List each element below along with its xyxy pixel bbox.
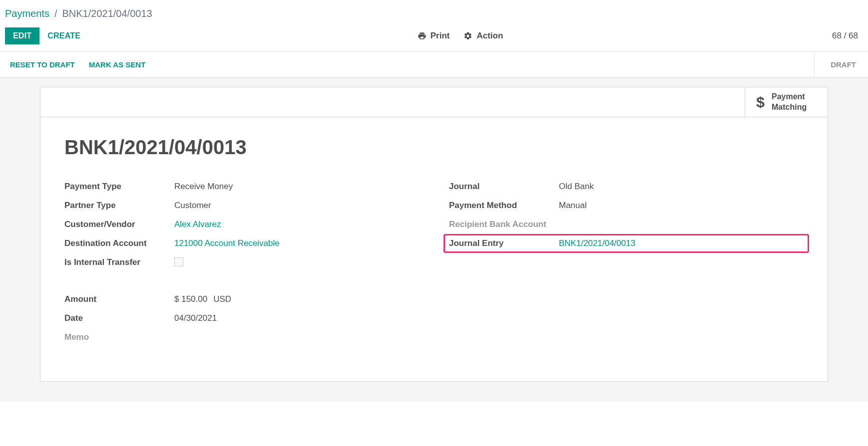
- payment-method-label: Payment Method: [449, 201, 559, 211]
- status-bar: Reset to Draft Mark as Sent Draft: [0, 52, 868, 78]
- memo-label: Memo: [64, 332, 174, 342]
- breadcrumb: Payments / BNK1/2021/04/0013: [0, 0, 868, 24]
- internal-transfer-label: Is Internal Transfer: [64, 257, 174, 267]
- journal-entry-label: Journal Entry: [449, 238, 559, 248]
- customer-vendor-link[interactable]: Alex Alvarez: [174, 220, 221, 229]
- print-label: Print: [431, 31, 450, 41]
- journal-entry-link[interactable]: BNK1/2021/04/0013: [559, 238, 635, 248]
- record-card: $ Payment Matching BNK1/2021/04/0013 Pay…: [40, 87, 828, 382]
- status-label: Draft: [831, 60, 856, 69]
- payment-matching-label: Payment Matching: [772, 92, 817, 113]
- date-value: 04/30/2021: [174, 313, 217, 323]
- reset-to-draft-button[interactable]: Reset to Draft: [10, 60, 75, 69]
- breadcrumb-root-link[interactable]: Payments: [5, 8, 49, 19]
- record-title: BNK1/2021/04/0013: [64, 136, 804, 159]
- amount-value: $ 150.00: [174, 294, 207, 304]
- create-button[interactable]: Create: [39, 27, 88, 44]
- action-label: Action: [476, 31, 503, 41]
- right-column: Journal Old Bank Payment Method Manual R…: [449, 182, 804, 351]
- partner-type-label: Partner Type: [64, 201, 174, 211]
- journal-entry-highlight: Journal Entry BNK1/2021/04/0013: [443, 234, 809, 253]
- action-button[interactable]: Action: [463, 31, 503, 41]
- dollar-icon: $: [756, 94, 765, 111]
- mark-as-sent-button[interactable]: Mark as Sent: [89, 60, 146, 69]
- partner-type-value: Customer: [174, 201, 211, 211]
- recipient-bank-label: Recipient Bank Account: [449, 220, 559, 229]
- payment-method-value: Manual: [559, 201, 587, 211]
- left-column: Payment Type Receive Money Partner Type …: [64, 182, 419, 351]
- edit-button[interactable]: Edit: [5, 27, 39, 44]
- print-button[interactable]: Print: [418, 31, 450, 41]
- breadcrumb-current: BNK1/2021/04/0013: [62, 8, 152, 19]
- journal-label: Journal: [449, 182, 559, 192]
- print-icon: [418, 31, 427, 40]
- pager[interactable]: 68 / 68: [832, 31, 863, 41]
- date-label: Date: [64, 313, 174, 323]
- customer-vendor-label: Customer/Vendor: [64, 220, 174, 229]
- breadcrumb-separator: /: [54, 8, 57, 19]
- payment-matching-button[interactable]: $ Payment Matching: [745, 87, 828, 117]
- gear-icon: [463, 31, 472, 40]
- toolbar: Edit Create Print Action 68 / 68: [0, 24, 868, 52]
- amount-label: Amount: [64, 294, 174, 304]
- amount-currency: USD: [213, 294, 231, 304]
- internal-transfer-checkbox: [174, 257, 183, 266]
- destination-account-label: Destination Account: [64, 238, 174, 248]
- status-badge-draft: Draft: [814, 52, 868, 77]
- destination-account-link[interactable]: 121000 Account Receivable: [174, 238, 280, 248]
- journal-value: Old Bank: [559, 182, 594, 192]
- payment-type-label: Payment Type: [64, 182, 174, 192]
- payment-type-value: Receive Money: [174, 182, 233, 192]
